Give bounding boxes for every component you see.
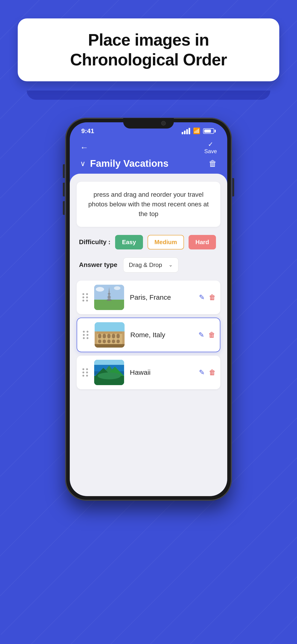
- item-actions: ✎ 🗑: [199, 293, 216, 301]
- difficulty-label: Difficulty :: [79, 238, 110, 246]
- status-right: 📶: [182, 127, 216, 134]
- svg-rect-24: [94, 360, 124, 365]
- rome-image: [95, 322, 124, 348]
- content-area: press and drag and reorder your travel p…: [70, 174, 227, 496]
- answer-type-selected: Drag & Drop: [129, 262, 162, 268]
- difficulty-medium-button[interactable]: Medium: [148, 235, 184, 250]
- delete-button[interactable]: 🗑: [208, 331, 215, 339]
- svg-rect-15: [112, 334, 115, 338]
- app-header: ← ✓ Save ∨ Family Vacations 🗑: [70, 137, 227, 174]
- signal-icon: [182, 128, 190, 134]
- svg-rect-11: [97, 332, 122, 334]
- phone-outer: 9:41 📶: [66, 118, 232, 500]
- svg-rect-16: [116, 334, 120, 338]
- app-header-title-row: ∨ Family Vacations 🗑: [80, 158, 217, 169]
- svg-rect-19: [107, 340, 110, 343]
- instruction-card: press and drag and reorder your travel p…: [77, 182, 220, 227]
- edit-button[interactable]: ✎: [198, 331, 204, 339]
- save-label: Save: [204, 148, 217, 154]
- svg-rect-8: [95, 322, 124, 332]
- drag-handle-icon[interactable]: [81, 367, 90, 378]
- image-list: Paris, France ✎ 🗑: [77, 280, 220, 393]
- paris-image: [94, 285, 124, 310]
- phone-screen: 9:41 📶: [70, 122, 227, 496]
- list-item[interactable]: Rome, Italy ✎ 🗑: [77, 318, 220, 352]
- app-title: Family Vacations: [90, 158, 168, 169]
- item-name-hawaii: Hawaii: [130, 368, 199, 376]
- svg-rect-3: [108, 294, 110, 294]
- edit-button[interactable]: ✎: [199, 368, 205, 376]
- battery-icon: [203, 128, 216, 134]
- delete-list-button[interactable]: 🗑: [208, 159, 217, 168]
- svg-point-31: [98, 372, 121, 379]
- instruction-text: press and drag and reorder your travel p…: [88, 191, 209, 218]
- svg-rect-12: [98, 334, 101, 338]
- wifi-icon: 📶: [193, 127, 200, 134]
- save-check-icon: ✓: [208, 140, 213, 148]
- svg-rect-22: [95, 344, 124, 348]
- answer-type-row: Answer type Drag & Drop ⌄: [77, 258, 220, 272]
- phone-wrapper: 9:41 📶: [66, 118, 232, 500]
- notch: [123, 118, 174, 128]
- title-line2: Chronological Order: [70, 50, 227, 69]
- svg-rect-21: [116, 340, 120, 343]
- difficulty-easy-button[interactable]: Easy: [115, 235, 143, 250]
- item-actions: ✎ 🗑: [199, 368, 216, 376]
- drag-handle-icon[interactable]: [82, 330, 90, 340]
- svg-point-6: [96, 287, 104, 292]
- drag-handle-icon[interactable]: [81, 292, 90, 303]
- difficulty-hard-button[interactable]: Hard: [188, 235, 216, 250]
- svg-rect-5: [107, 300, 112, 301]
- title-card: Place images in Chronological Order: [18, 18, 279, 81]
- title-heading: Place images in Chronological Order: [34, 30, 263, 70]
- svg-rect-14: [107, 334, 110, 338]
- svg-rect-20: [112, 340, 115, 343]
- svg-rect-4: [107, 297, 111, 297]
- svg-rect-13: [103, 334, 106, 338]
- app-header-top: ← ✓ Save: [80, 140, 217, 154]
- chevron-down-icon: ⌄: [168, 262, 173, 268]
- svg-rect-17: [98, 340, 101, 343]
- edit-button[interactable]: ✎: [199, 293, 205, 301]
- notch-camera: [161, 121, 166, 126]
- answer-type-dropdown[interactable]: Drag & Drop ⌄: [123, 258, 178, 272]
- svg-point-7: [114, 286, 120, 290]
- difficulty-row: Difficulty : Easy Medium Hard: [77, 235, 220, 250]
- svg-rect-18: [103, 340, 106, 343]
- title-left: ∨ Family Vacations: [80, 158, 168, 169]
- item-name-rome: Rome, Italy: [130, 331, 198, 339]
- status-time: 9:41: [81, 127, 94, 135]
- list-item[interactable]: Paris, France ✎ 🗑: [77, 280, 220, 314]
- item-name-paris: Paris, France: [130, 294, 199, 301]
- svg-rect-1: [94, 300, 124, 310]
- item-actions: ✎ 🗑: [198, 331, 215, 339]
- delete-button[interactable]: 🗑: [209, 368, 216, 376]
- delete-button[interactable]: 🗑: [209, 294, 216, 301]
- chevron-down-icon[interactable]: ∨: [80, 159, 86, 168]
- back-button[interactable]: ←: [80, 142, 88, 152]
- hawaii-image: [94, 360, 124, 385]
- save-button[interactable]: ✓ Save: [204, 140, 217, 154]
- answer-type-label: Answer type: [79, 261, 118, 268]
- title-card-shadow: [27, 90, 270, 100]
- title-line1: Place images in: [88, 31, 209, 49]
- list-item[interactable]: Hawaii ✎ 🗑: [77, 356, 220, 389]
